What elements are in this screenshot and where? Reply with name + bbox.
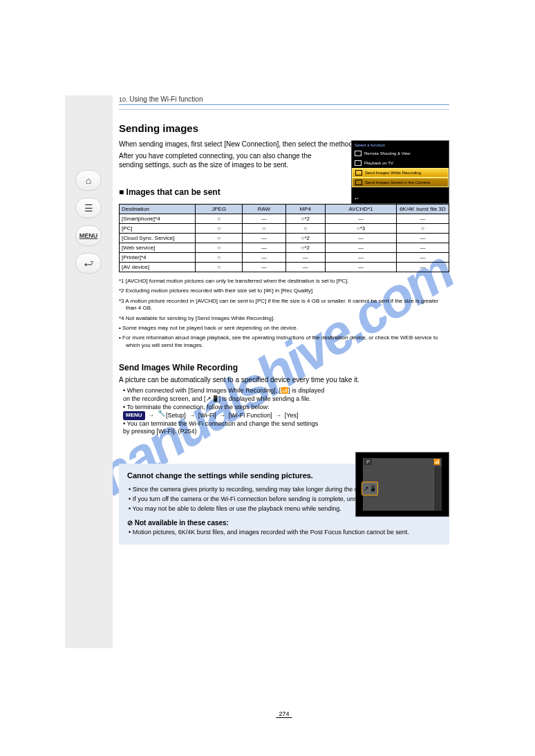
header-num: 10. [119,96,128,103]
ss2-mode: P [364,459,372,465]
ss1-label: Playback on TV [364,161,393,165]
table-row: [AV device]○———— [120,263,449,272]
back-icon[interactable]: ⮐ [75,253,102,274]
step-setup: [Setup] [166,412,186,419]
note3: *3 A motion picture recorded in [AVCHD] … [119,298,449,312]
note-bullet2-text: For more information about image playbac… [122,334,438,348]
note1: *1 [AVCHD] format motion pictures can on… [119,278,449,285]
sidebar: ⌂ ☰ MENU ⮐ [65,95,113,648]
ss1-back-icon: ↩ [355,196,359,202]
arrow-icon: → [187,412,196,419]
menu-chip: MENU [123,411,145,419]
camera-rec-screenshot: P 📶 ↗📱 [355,452,449,517]
table-notes: *1 [AVCHD] format motion pictures can on… [119,278,449,349]
ss1-title: Select a function [352,141,449,149]
step3: You can terminate the Wi-Fi connection a… [119,420,326,436]
th-raw: RAW [243,205,285,214]
tip-na-title-text: Not available in these cases: [135,519,229,527]
send-arrow-icon: ↗📱 [206,395,219,404]
th-avchd: AVCHD*1 [326,205,397,214]
sub-desc: A picture can be automatically sent to a… [119,375,449,384]
arrow-icon: → [218,412,227,419]
step2a-text: To terminate the connection, follow the … [127,404,270,410]
ss1-label: Send Images While Recording [365,171,421,175]
section-title: Sending images [119,122,449,134]
send-stored-icon [355,180,362,185]
ss1-row-selected: Send Images While Recording [352,168,449,178]
ss1-row-tv: Playback on TV [352,158,449,168]
ss1-row-remote: Remote Shooting & View [352,149,449,158]
ss2-highlight-icon: ↗📱 [362,482,378,495]
step-wifi-func: [Wi-Fi Function] [229,412,272,419]
list-icon[interactable]: ☰ [75,198,102,218]
arrow-icon: → [147,412,156,419]
th-dest: Destination [120,205,196,214]
menu-button[interactable]: MENU [75,225,102,246]
intro2: After you have completed connecting, you… [119,151,333,169]
tip-na-title: ⊘ Not available in these cases: [127,518,441,528]
table-row: [Smartphone]*4○—○*2—— [120,214,449,224]
page-number: 274 [276,710,292,718]
camera-menu-screenshot: Select a function Remote Shooting & View… [351,140,449,204]
table-row: [Cloud Sync. Service]○—○*2—— [120,234,449,243]
table-heading-text: Images that can be sent [126,187,220,197]
table-row: [Web service]○—○*2—— [120,243,449,253]
th-jpeg: JPEG [196,205,243,214]
ss1-label: Send Images Stored in the Camera [365,180,430,185]
tip-na: Motion pictures, 6K/4K burst files, and … [129,528,441,536]
arrow-icon: → [274,412,283,419]
note-bullet1: • Some images may not be played back or … [119,325,449,332]
send-icon [355,170,362,176]
th-mp4: MP4 [285,205,325,214]
header-title: Using the Wi-Fi function [129,95,203,103]
table-row: [Printer]*4○———— [120,253,449,263]
step-wifi: [Wi-Fi] [198,412,216,419]
step-yes: [Yes] [285,412,299,419]
step2: To terminate the connection, follow the … [119,404,326,420]
tv-icon [355,160,362,166]
ss1-row-stored: Send Images Stored in the Camera [352,178,449,187]
wifi-icon: 📶 [281,387,288,395]
compatibility-table: Destination JPEG RAW MP4 AVCHD*1 6K/4K b… [119,204,449,272]
note-bullet1-text: Some images may not be played back or se… [122,325,298,331]
ss2-wifi-icon: 📶 [433,459,440,465]
phone-icon [355,151,362,156]
sub-heading: Send Images While Recording [119,363,449,372]
home-icon[interactable]: ⌂ [75,170,102,191]
note2: *2 Excluding motion pictures recorded wi… [119,287,449,294]
page-header: 10. Using the Wi-Fi function [119,95,449,105]
ss2-sidebar [433,466,442,511]
note4: *4 Not available for sending by [Send Im… [119,315,449,322]
th-6k4k: 6K/4K burst file 3D [397,205,449,214]
wrench-icon [158,412,165,419]
step1: When connected with [Send Images While R… [119,387,326,403]
table-row: [PC]○○○○*3○ [120,224,449,234]
ss1-label: Remote Shooting & View [364,151,411,155]
note-bullet2: • For more information about image playb… [119,334,449,349]
separator [119,109,449,110]
